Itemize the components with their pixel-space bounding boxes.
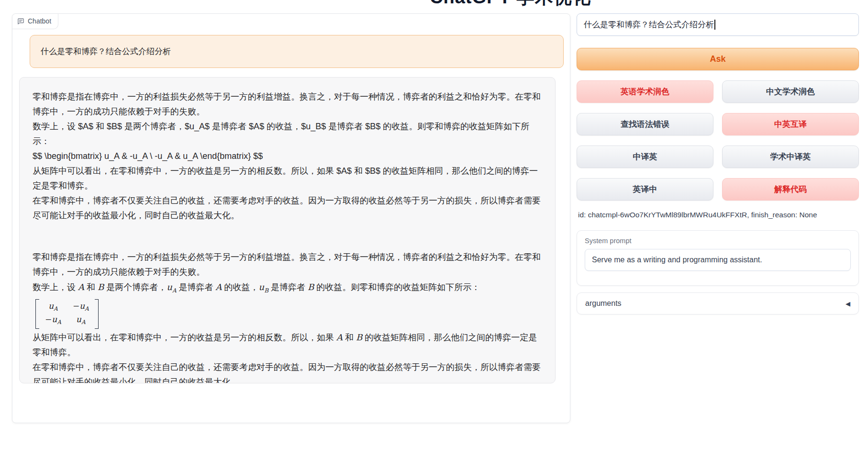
bot-rendered-p1: 零和博弈是指在博弈中，一方的利益损失必然等于另一方的利益增益。换言之，对于每一种…: [33, 250, 542, 280]
action-button-8[interactable]: 解释代码: [722, 178, 859, 201]
arguments-accordion[interactable]: arguments ◀: [577, 292, 859, 314]
action-button-1[interactable]: 英语学术润色: [577, 80, 713, 103]
bot-rendered-p4: 从矩阵中可以看出，在零和博弈中，一方的收益是另一方的相反数。所以，如果 A 和 …: [33, 330, 542, 360]
response-status-line: id: chatcmpl-6wOo7KrYTwMl89lbrMWRu4UkFFX…: [578, 211, 858, 219]
action-button-4[interactable]: 中英互译: [722, 113, 859, 135]
page-title: ChatGPT 学术优化: [430, 0, 591, 10]
action-button-5[interactable]: 中译英: [577, 146, 713, 168]
payoff-matrix: uA−uA−uAuA: [35, 299, 99, 329]
bot-message: 零和博弈是指在博弈中，一方的利益损失必然等于另一方的利益增益。换言之，对于每一种…: [19, 77, 556, 383]
bot-raw-p2: 数学上，设 $A$ 和 $B$ 是两个博弈者，$u_A$ 是博弈者 $A$ 的收…: [33, 119, 542, 149]
action-button-7[interactable]: 英译中: [577, 178, 713, 201]
matrix-cell: uA: [73, 314, 89, 327]
action-button-2[interactable]: 中文学术润色: [722, 80, 859, 103]
matrix-left-bracket: [35, 299, 39, 329]
question-input[interactable]: 什么是零和博弈？结合公式介绍分析: [577, 13, 859, 36]
bot-rendered-p5: 在零和博弈中，博弈者不仅要关注自己的收益，还需要考虑对手的收益。因为一方取得的收…: [33, 360, 542, 383]
chatbot-panel: Chatbot 什么是零和博弈？结合公式介绍分析 零和博弈是指在博弈中，一方的利…: [12, 13, 570, 423]
system-prompt-value: Serve me as a writing and programming as…: [592, 256, 762, 264]
system-prompt-label: System prompt: [577, 231, 858, 249]
bot-raw-p5: 在零和博弈中，博弈者不仅要关注自己的收益，还需要考虑对手的收益。因为一方取得的收…: [33, 193, 542, 223]
quick-action-grid: 英语学术润色中文学术润色查找语法错误中英互译中译英学术中译英英译中解释代码: [577, 80, 859, 201]
user-message-text: 什么是零和博弈？结合公式介绍分析: [41, 47, 171, 56]
question-input-value: 什么是零和博弈？结合公式介绍分析: [584, 19, 714, 30]
matrix-right-bracket: [95, 299, 99, 329]
paragraph-gap: [33, 223, 542, 250]
text-cursor: [714, 20, 715, 30]
matrix-cells: uA−uA−uAuA: [39, 299, 95, 329]
matrix-cell: uA: [45, 301, 61, 314]
chat-bubble-icon: [17, 18, 24, 25]
system-prompt-group: System prompt Serve me as a writing and …: [577, 230, 859, 286]
matrix-cell: −uA: [73, 301, 89, 314]
bot-raw-latex: $$ \begin{bmatrix} u_A & -u_A \ -u_A & u…: [33, 149, 542, 164]
bot-raw-p1: 零和博弈是指在博弈中，一方的利益损失必然等于另一方的利益增益。换言之，对于每一种…: [33, 90, 542, 119]
chatbot-label-text: Chatbot: [28, 17, 51, 25]
action-button-6[interactable]: 学术中译英: [722, 146, 859, 168]
arguments-accordion-label: arguments: [585, 299, 622, 308]
accordion-collapse-icon: ◀: [846, 300, 850, 307]
system-prompt-input[interactable]: Serve me as a writing and programming as…: [585, 249, 851, 271]
action-button-3[interactable]: 查找语法错误: [577, 113, 713, 135]
user-message: 什么是零和博弈？结合公式介绍分析: [30, 35, 564, 68]
ask-button[interactable]: Ask: [577, 48, 859, 70]
bot-raw-p4: 从矩阵中可以看出，在零和博弈中，一方的收益是另一方的相反数。所以，如果 $A$ …: [33, 164, 542, 193]
chatbot-label: Chatbot: [12, 14, 58, 29]
matrix-cell: −uA: [45, 314, 61, 327]
bot-rendered-p2: 数学上，设 A 和 B 是两个博弈者，uA 是博弈者 A 的收益，uB 是博弈者…: [33, 280, 542, 298]
